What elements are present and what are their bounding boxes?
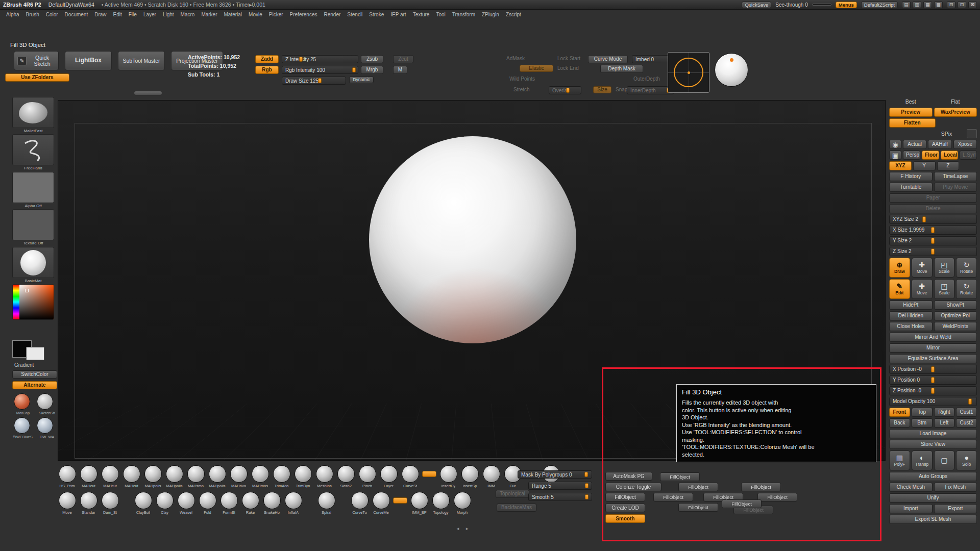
load-image-button[interactable]: Load Image [889, 429, 977, 438]
brush-thumb-hs-prim[interactable]: HS_Prim [58, 465, 77, 488]
draw-size-125-slider[interactable]: Draw Size 125 [282, 77, 346, 85]
matcap-thumb[interactable] [14, 393, 30, 410]
left-tray-collapse[interactable]: « [13, 434, 15, 439]
menu-file[interactable]: File [129, 12, 137, 17]
brush-thumb-mahpolis[interactable]: MAHpolis [208, 465, 227, 488]
fillobject-button[interactable]: FillObject [678, 483, 718, 491]
rotate-button[interactable]: ↻Rotate [956, 258, 977, 278]
brush-thumb-trimada[interactable]: TrimAda [272, 465, 291, 488]
slider-handle[interactable] [968, 398, 972, 405]
waxpreview-button[interactable]: WaxPreview [934, 108, 977, 117]
move-button[interactable]: ✚Move [912, 258, 933, 278]
close-holes-button[interactable]: Close Holes [889, 322, 933, 331]
fillobject-button[interactable]: FillObject [757, 493, 797, 502]
brush-thumb-pinch[interactable]: Pinch [358, 465, 377, 488]
backfacemas-button[interactable]: BackfaceMas [497, 504, 536, 512]
turntable-button[interactable]: Turntable [889, 183, 933, 192]
menu-transform[interactable]: Transform [452, 12, 475, 17]
brush-thumb-fold[interactable]: Fold [198, 492, 217, 515]
current-stroke-thumb[interactable] [12, 134, 54, 165]
overlay-slider[interactable]: Overlay [549, 86, 581, 94]
innerdepth-slider[interactable]: InnerDepth [627, 86, 674, 94]
current-texture-item[interactable]: Texture Off [12, 209, 54, 246]
rgb-intensity-100-slider[interactable]: Rgb Intensity 100 [282, 66, 358, 74]
draw-button[interactable]: ⊕Draw [889, 258, 910, 278]
delete-button[interactable]: Delete [889, 204, 977, 213]
paper-button[interactable]: Paper [889, 193, 977, 203]
transp-button[interactable]: ◐Transp [912, 450, 933, 470]
current-material-thumb[interactable] [12, 247, 54, 278]
x-size-1-9999-slider[interactable]: X Size 1.9999 [889, 226, 977, 235]
rotate-button[interactable]: ↻Rotate [956, 279, 977, 299]
menu-alpha[interactable]: Alpha [6, 12, 19, 17]
fillobject-button[interactable]: FillObject [653, 493, 693, 502]
cust1-button[interactable]: Cust1 [956, 408, 977, 417]
tray-accent-button[interactable] [422, 471, 436, 477]
floor-button[interactable]: Floor [922, 151, 939, 160]
xyz-size-2-slider[interactable]: XYZ Size 2 [889, 215, 977, 224]
palette-icon[interactable]: ▩ [934, 2, 943, 8]
menus-toggle-button[interactable]: Menus [836, 2, 857, 8]
menu-material[interactable]: Material [224, 12, 242, 17]
left-button[interactable]: Left [934, 418, 955, 428]
color-picker[interactable] [12, 284, 54, 320]
scale-button[interactable]: ◰Scale [934, 279, 955, 299]
z-size-2-slider[interactable]: Z Size 2 [889, 247, 977, 256]
menu-preferences[interactable]: Preferences [290, 12, 317, 17]
slider-handle[interactable] [931, 366, 935, 372]
fillobject-button[interactable]: FillObject [678, 503, 718, 512]
x-position-0-slider[interactable]: X Position -0 [889, 365, 977, 374]
xyz-button[interactable]: XYZ [889, 161, 912, 170]
depth-mask-button[interactable]: Depth Mask [600, 65, 643, 73]
slider-handle[interactable] [584, 472, 588, 477]
slider-handle[interactable] [931, 388, 935, 394]
doc-save-icon[interactable]: ▦ [923, 2, 932, 8]
mrgb-button[interactable]: Mrgb [361, 66, 383, 74]
close-button[interactable]: ⊠ [968, 2, 977, 8]
local-button[interactable]: Local [941, 151, 958, 160]
brush-thumb-curveme[interactable]: CurveMe [372, 492, 390, 515]
l-sym-button[interactable]: L.Sym [960, 151, 977, 160]
doc-new-icon[interactable]: ▤ [902, 2, 911, 8]
aahalf-button[interactable]: AAHalf [928, 140, 951, 149]
export-button[interactable]: Export [934, 504, 977, 513]
quick-sketch-button[interactable]: ✎Quick Sketch [14, 51, 59, 70]
current-material-item[interactable]: BasicMat [12, 247, 54, 284]
menu-zplugin[interactable]: ZPlugin [482, 12, 499, 17]
menu-render[interactable]: Render [324, 12, 341, 17]
z-intensity-25-slider[interactable]: Z Intensity 25 [282, 55, 358, 63]
solo-button[interactable]: ●Solo [956, 450, 977, 470]
menu-texture[interactable]: Texture [413, 12, 430, 17]
brush-thumb-rake[interactable]: Rake [241, 492, 260, 515]
preview-button[interactable]: Preview [889, 108, 933, 117]
tray-collapse-arrows[interactable]: ◄ ► [456, 527, 471, 531]
z-button[interactable]: Z [937, 161, 960, 170]
m-button[interactable]: M [393, 66, 407, 74]
top-button[interactable]: Top [912, 408, 933, 417]
flatten-button[interactable]: Flatten [889, 118, 936, 128]
menu-marker[interactable]: Marker [201, 12, 217, 17]
brush-thumb-claybuil[interactable]: ClayBuil [134, 492, 153, 515]
slider-handle[interactable] [566, 88, 570, 93]
y-position-0-slider[interactable]: Y Position 0 [889, 375, 977, 385]
brush-thumb-trimdyn[interactable]: TrimDyn [293, 465, 312, 488]
slider-handle[interactable] [299, 57, 303, 62]
menu-iep-art[interactable]: IEP art [390, 12, 406, 17]
slider-handle[interactable] [931, 238, 935, 244]
brush-thumb-topology[interactable]: Topology [431, 492, 450, 515]
menu-brush[interactable]: Brush [26, 12, 39, 17]
polyf-button[interactable]: ▦PolyF [889, 450, 910, 470]
spix-mini-box[interactable] [967, 129, 977, 138]
slider-handle[interactable] [318, 78, 322, 83]
hidept-button[interactable]: HidePt [889, 300, 933, 310]
brush-thumb-spiral[interactable]: Spiral [317, 492, 336, 515]
brush-thumb-mahriva[interactable]: MAHriva [229, 465, 248, 488]
slider-handle[interactable] [931, 227, 935, 233]
mirror-button[interactable]: Mirror [889, 343, 977, 353]
y-button[interactable]: Y [913, 161, 936, 170]
brush-thumb-standar[interactable]: Standar [79, 492, 98, 515]
back-button[interactable]: Back [889, 418, 910, 428]
fix-mesh-button[interactable]: Fix Mesh [934, 483, 977, 492]
zsub-button[interactable]: Zsub [361, 55, 383, 63]
export-sl-mesh-button[interactable]: Export SL Mesh [889, 515, 977, 524]
